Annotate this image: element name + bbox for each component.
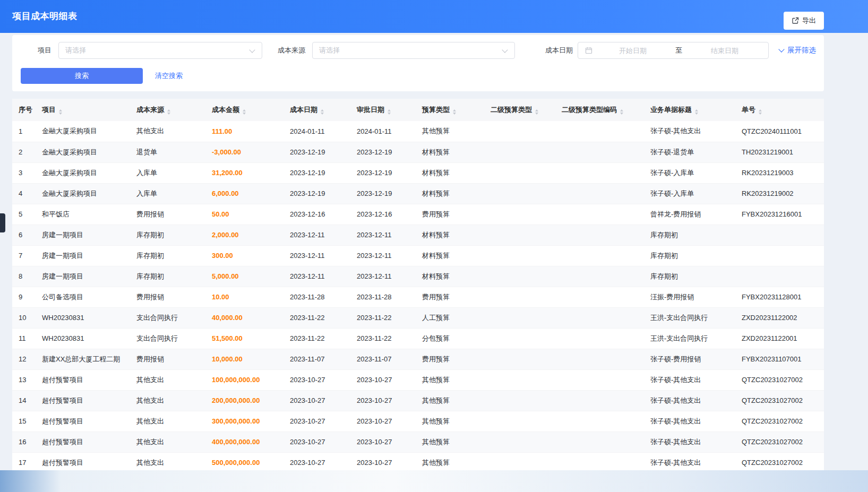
table-row[interactable]: 4金融大厦采购项目入库单6,000.002023-12-192023-12-19… (12, 183, 824, 204)
table-row[interactable]: 9公司备选项目费用报销10.002023-11-282023-11-28费用预算… (12, 287, 824, 307)
column-label: 业务单据标题 (650, 106, 692, 114)
table-cell: 公司备选项目 (36, 287, 130, 307)
table-cell: 2023-10-27 (283, 431, 350, 452)
clear-search-link[interactable]: 清空搜索 (155, 68, 183, 84)
column-header[interactable]: 序号 (12, 99, 36, 121)
table-row[interactable]: 2金融大厦采购项目退货单-3,000.002023-12-192023-12-1… (12, 142, 824, 162)
sort-icon[interactable] (388, 109, 391, 115)
project-select-placeholder: 请选择 (65, 46, 86, 55)
expand-filters-label: 展开筛选 (787, 46, 816, 55)
table-row[interactable]: 14超付预警项目其他支出200,000,000.002023-10-272023… (12, 390, 824, 411)
table-cell: 10 (12, 307, 36, 328)
table-row[interactable]: 8房建一期项目库存期初5,000.002023-12-112023-12-11材… (12, 266, 824, 287)
column-header[interactable]: 成本来源 (130, 99, 205, 121)
sort-icon[interactable] (620, 109, 623, 115)
start-date-input[interactable] (595, 46, 671, 55)
export-button[interactable]: 导出 (784, 12, 824, 30)
table-cell: 其他预算 (416, 431, 484, 452)
column-header[interactable]: 单号 (735, 99, 824, 121)
table-row[interactable]: 6房建一期项目库存期初2,000.002023-12-112023-12-11材… (12, 225, 824, 245)
table-row[interactable]: 12新建XX总部大厦工程二期费用报销10,000.002023-11-07202… (12, 349, 824, 369)
column-header[interactable]: 二级预算类型 (484, 99, 555, 121)
table-cell: 金融大厦采购项目 (36, 142, 130, 162)
table-cell (555, 162, 644, 183)
column-header[interactable]: 项目 (36, 99, 130, 121)
column-header[interactable]: 审批日期 (350, 99, 416, 121)
table-cell (555, 431, 644, 452)
caret-down-icon (535, 113, 538, 115)
table-row[interactable]: 10WH20230831支出合同执行40,000.002023-11-22202… (12, 307, 824, 328)
table-cell: 材料预算 (416, 245, 484, 266)
table-row[interactable]: 5和平饭店费用报销50.002023-12-162023-12-16费用预算曾祥… (12, 204, 824, 225)
table-cell: 2023-10-27 (350, 411, 416, 431)
sort-icon[interactable] (243, 109, 246, 115)
table-cell: 11 (12, 328, 36, 349)
end-date-input[interactable] (686, 46, 763, 55)
table-cell: 2023-10-27 (283, 452, 350, 470)
sort-icon[interactable] (759, 109, 762, 115)
table-cell: 50.00 (205, 204, 283, 225)
sort-icon[interactable] (535, 109, 538, 115)
table-cell (484, 369, 555, 390)
column-header[interactable]: 预算类型 (416, 99, 484, 121)
caret-up-icon (620, 109, 623, 111)
table-cell (555, 225, 644, 245)
table-cell (484, 431, 555, 452)
column-header[interactable]: 成本日期 (283, 99, 350, 121)
project-select[interactable]: 请选择 (58, 42, 262, 59)
table-cell (484, 225, 555, 245)
table-row[interactable]: 16超付预警项目其他支出400,000,000.002023-10-272023… (12, 431, 824, 452)
column-label: 预算类型 (422, 106, 450, 114)
table-cell: 2023-10-27 (283, 369, 350, 390)
cost-source-select[interactable]: 请选择 (312, 42, 515, 59)
table-row[interactable]: 15超付预警项目其他支出300,000,000.002023-10-272023… (12, 411, 824, 431)
column-header[interactable]: 二级预算类型编码 (555, 99, 644, 121)
table-cell: 2,000.00 (205, 225, 283, 245)
table-cell: 超付预警项目 (36, 452, 130, 470)
cost-source-select-placeholder: 请选择 (319, 46, 340, 55)
table-cell: 库存期初 (644, 245, 735, 266)
table-cell: 2023-11-28 (350, 287, 416, 307)
expand-filters-link[interactable]: 展开筛选 (779, 42, 816, 59)
table-row[interactable]: 13超付预警项目其他支出100,000,000.002023-10-272023… (12, 369, 824, 390)
sort-icon[interactable] (167, 109, 170, 115)
table-cell: 费用预算 (416, 287, 484, 307)
column-header[interactable]: 业务单据标题 (644, 99, 735, 121)
table-cell: 张子硕-入库单 (644, 183, 735, 204)
table-cell: 库存期初 (644, 225, 735, 245)
table-cell: ZXD20231122002 (735, 307, 824, 328)
sort-icon[interactable] (453, 109, 456, 115)
sort-icon[interactable] (321, 109, 324, 115)
table-cell: FYBX20231107001 (735, 349, 824, 369)
table-cell (555, 142, 644, 162)
table-cell (484, 411, 555, 431)
table-cell: 费用预算 (416, 204, 484, 225)
table-cell: 其他预算 (416, 121, 484, 142)
sort-icon[interactable] (59, 109, 62, 115)
table-row[interactable]: 7房建一期项目库存期初300.002023-12-112023-12-11材料预… (12, 245, 824, 266)
table-cell: 17 (12, 452, 36, 470)
table-cell (555, 328, 644, 349)
cost-date-range-picker[interactable]: 至 (578, 42, 769, 59)
column-label: 单号 (742, 106, 755, 114)
table-cell: 400,000,000.00 (205, 431, 283, 452)
table-cell: WH20230831 (36, 328, 130, 349)
app-header: 项目成本明细表 导出 (0, 0, 868, 33)
table-row[interactable]: 1金融大厦采购项目其他支出111.002024-01-112024-01-11其… (12, 121, 824, 142)
table-cell: 和平饭店 (36, 204, 130, 225)
table-cell: 库存期初 (130, 225, 205, 245)
table-cell: 房建一期项目 (36, 225, 130, 245)
table-cell (555, 245, 644, 266)
sort-icon[interactable] (695, 109, 698, 115)
table-cell: 张子硕-其他支出 (644, 452, 735, 470)
caret-up-icon (453, 109, 456, 111)
table-cell: 10,000.00 (205, 349, 283, 369)
table-cell: 曾祥龙-费用报销 (644, 204, 735, 225)
column-header[interactable]: 成本金额 (205, 99, 283, 121)
search-button[interactable]: 搜索 (21, 68, 143, 84)
table-row[interactable]: 11WH20230831支出合同执行51,500.002023-11-22202… (12, 328, 824, 349)
table-row[interactable]: 3金融大厦采购项目入库单31,200.002023-12-192023-12-1… (12, 162, 824, 183)
table-cell: 2023-12-11 (350, 225, 416, 245)
table-row[interactable]: 17超付预警项目其他支出500,000,000.002023-10-272023… (12, 452, 824, 470)
drawer-toggle-handle[interactable] (0, 213, 5, 232)
